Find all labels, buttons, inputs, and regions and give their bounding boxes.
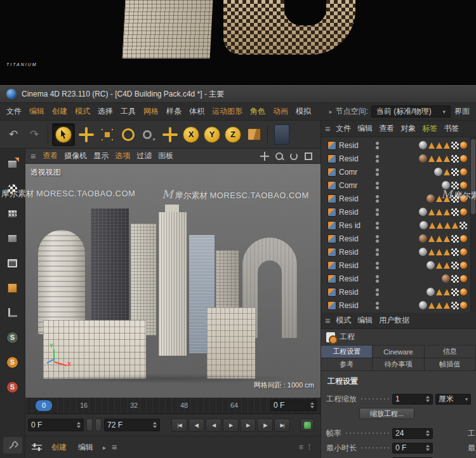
min-length-input[interactable]: 0 F: [392, 443, 433, 454]
hamburger-icon[interactable]: ≡: [299, 443, 303, 452]
visibility-dots[interactable]: [376, 182, 379, 189]
scrollbar[interactable]: [470, 137, 476, 313]
visibility-dots[interactable]: [376, 168, 379, 176]
object-row-12[interactable]: Resid: [321, 299, 476, 312]
object-row-9[interactable]: Resid: [321, 259, 476, 272]
end-frame-field[interactable]: 72 F: [104, 419, 160, 431]
render-button-partial[interactable]: [274, 125, 289, 145]
object-row-11[interactable]: Resid: [321, 285, 476, 299]
attribute-manager-menu-edit[interactable]: 编辑: [354, 315, 376, 326]
checker-tag[interactable]: [451, 155, 459, 163]
pan-view-icon[interactable]: [260, 152, 269, 161]
scrollbar-thumb[interactable]: [471, 139, 475, 214]
prev-frame-button[interactable]: ◀: [206, 419, 221, 432]
spinner-arrows[interactable]: [426, 396, 430, 402]
sphere-tag[interactable]: [442, 181, 450, 189]
range-handle-right[interactable]: [95, 419, 102, 431]
visibility-dots[interactable]: [376, 155, 379, 163]
sliders-icon[interactable]: [32, 443, 42, 451]
object-row-1[interactable]: Resid: [321, 152, 476, 165]
lock-z-axis-button[interactable]: Z: [223, 123, 242, 146]
make-editable-button[interactable]: [5, 156, 20, 172]
tri-tag[interactable]: [444, 156, 450, 162]
tri-tag[interactable]: [436, 196, 442, 202]
main-menu-file[interactable]: 文件: [3, 106, 25, 117]
tri-tag[interactable]: [428, 209, 435, 215]
hamburger-icon[interactable]: ≡: [112, 442, 117, 452]
polygon-mode-button[interactable]: [5, 280, 20, 295]
axis-modify-button[interactable]: [161, 123, 180, 146]
tri-tag[interactable]: [444, 249, 450, 255]
dot-tag[interactable]: [460, 302, 467, 309]
next-frame-button[interactable]: ▶: [240, 419, 256, 432]
recent-tool-button[interactable]: ▾: [140, 123, 159, 146]
tri-tag[interactable]: [428, 236, 435, 242]
tri-tag[interactable]: [436, 249, 442, 255]
frame-tick-0[interactable]: 0: [36, 400, 52, 411]
checker-tag[interactable]: [451, 168, 459, 176]
tri-tag[interactable]: [444, 262, 450, 269]
checker-tag[interactable]: [451, 302, 459, 309]
dot-tag[interactable]: [460, 208, 467, 215]
visibility-dots[interactable]: [376, 222, 379, 229]
main-menu-tools[interactable]: 工具: [117, 106, 140, 117]
customize-commands-button[interactable]: [3, 436, 23, 454]
sphere-tag[interactable]: [419, 301, 427, 309]
viewport-menu-cameras[interactable]: 摄像机: [61, 151, 90, 161]
viewport-solo-single-button[interactable]: S: [5, 354, 20, 370]
sphere-tag[interactable]: [419, 208, 427, 216]
object-row-5[interactable]: Resid: [321, 205, 476, 219]
scale-unit-dropdown[interactable]: 厘米 ▾: [435, 394, 471, 405]
bottom-menu-create[interactable]: 创建: [48, 442, 70, 453]
perspective-viewport[interactable]: 透视视图 Y X 网格间距 : 1000 cm: [25, 164, 321, 398]
spinner-arrows[interactable]: [310, 402, 314, 408]
visibility-dots[interactable]: [376, 262, 379, 269]
object-row-6[interactable]: Res id: [321, 219, 476, 232]
viewport-menu-display[interactable]: 显示: [90, 151, 112, 161]
sphere-brown-tag[interactable]: [426, 194, 435, 203]
sphere-tag[interactable]: [426, 261, 435, 269]
tri-tag[interactable]: [428, 156, 435, 162]
sphere-tag[interactable]: [419, 248, 427, 256]
texture-mode-button[interactable]: [5, 181, 20, 196]
sphere-tag[interactable]: [426, 288, 435, 296]
visibility-dots[interactable]: [376, 142, 379, 149]
checker-tag[interactable]: [451, 195, 459, 203]
checker-tag[interactable]: [459, 222, 467, 229]
spinner-arrows[interactable]: [153, 422, 157, 428]
attribute-manager-menu-mode[interactable]: 模式: [333, 315, 354, 326]
move-tool-button[interactable]: [77, 123, 96, 146]
autokey-button[interactable]: [300, 419, 314, 432]
tri-tag[interactable]: [436, 142, 442, 149]
fps-input[interactable]: 24: [392, 428, 433, 439]
viewport-menu-options[interactable]: 选项: [112, 151, 133, 161]
dot-tag[interactable]: [460, 142, 467, 149]
interface-menu[interactable]: 界面: [451, 106, 473, 117]
object-manager-menu-bookmarks[interactable]: 书签: [440, 123, 462, 134]
timeline-ruler[interactable]: 016324864 0 F: [25, 398, 321, 414]
coordinate-system-button[interactable]: [244, 123, 263, 146]
main-menu-mode[interactable]: 模式: [71, 106, 94, 117]
dot-tag[interactable]: [460, 248, 467, 255]
rotate-tool-button[interactable]: [119, 123, 138, 146]
main-menu-volume[interactable]: 体积: [185, 106, 208, 117]
attribute-manager-menu-user-data[interactable]: 用户数据: [376, 315, 413, 326]
main-menu-animate[interactable]: 动画: [269, 106, 292, 117]
viewport-solo-hierarchy-button[interactable]: S: [5, 379, 20, 394]
sphere-tag[interactable]: [434, 168, 442, 176]
tri-tag[interactable]: [444, 236, 450, 242]
tri-tag[interactable]: [444, 169, 450, 175]
checker-tag[interactable]: [451, 288, 459, 296]
sphere-brown-tag[interactable]: [419, 234, 427, 243]
tri-tag[interactable]: [444, 222, 451, 229]
tri-tag[interactable]: [444, 209, 450, 215]
maximize-view-icon[interactable]: [304, 152, 313, 161]
hamburger-icon[interactable]: ≡: [30, 151, 36, 161]
viewport-solo-off-button[interactable]: S: [5, 330, 20, 345]
expand-arrow-icon[interactable]: ▸: [103, 444, 106, 451]
checker-tag[interactable]: [451, 142, 459, 149]
tab-todo[interactable]: 待办事项: [373, 358, 424, 370]
frame-tick-48[interactable]: 48: [180, 401, 188, 409]
redo-button[interactable]: ↷: [25, 123, 44, 146]
dot-tag[interactable]: [460, 155, 467, 162]
